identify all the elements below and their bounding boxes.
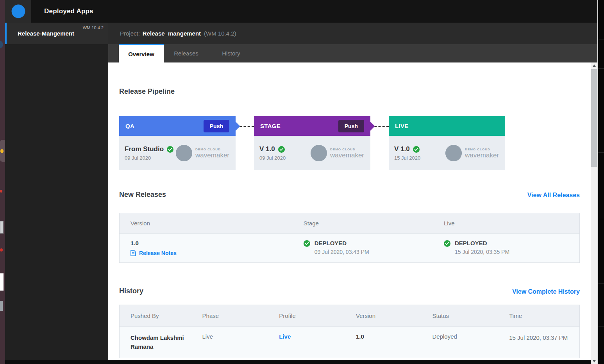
project-header: Project: Release_mangement (WM 10.4.2) xyxy=(108,23,597,44)
table-header-row: Pushed By Phase Profile Version Status T… xyxy=(120,305,580,327)
stage-date: 09 Jul 2020 xyxy=(259,155,286,161)
page-title: Deployed Apps xyxy=(44,7,93,15)
live-date: 15 Jul 2020 xyxy=(394,155,420,161)
column-version: Version xyxy=(356,305,432,327)
stage-stage-name: STAGE xyxy=(260,123,281,129)
stage-version: V 1.0 xyxy=(259,145,275,153)
tab-history[interactable]: History xyxy=(209,44,254,62)
demo-cloud-brand: DEMO CLOUD wavemaker xyxy=(310,144,364,162)
project-label: Project: xyxy=(120,30,140,37)
success-check-icon xyxy=(167,146,173,153)
qa-push-button[interactable]: Push xyxy=(204,120,229,132)
apps-sidebar: WM 10.4.2 Release-Mangement xyxy=(5,23,108,364)
scroll-up-button[interactable] xyxy=(591,62,597,68)
qa-card-body: From Studio 09 Jul 2020 DEMO CLOUD wavem… xyxy=(119,136,236,170)
live-stage-name: LIVE xyxy=(395,123,409,129)
wavemaker-wave-icon xyxy=(445,144,463,162)
history-pushed-by: Chowdam Lakshmi Ramana xyxy=(130,333,189,352)
stage-status: DEPLOYED xyxy=(315,240,369,246)
column-live: Live xyxy=(444,213,580,234)
column-version: Version xyxy=(120,213,304,234)
success-check-icon xyxy=(413,146,420,153)
release-notes-link[interactable]: Release Notes xyxy=(139,250,177,256)
column-stage: Stage xyxy=(304,213,444,234)
wavemaker-logo[interactable] xyxy=(5,0,31,23)
tab-overview[interactable]: Overview xyxy=(119,44,164,62)
vertical-scrollbar[interactable] xyxy=(591,62,597,364)
brand-wavemaker: wavemaker xyxy=(465,152,499,159)
view-all-releases-link[interactable]: View All Releases xyxy=(527,192,580,199)
pipeline-card-qa: QA Push From Studio 09 Jul 2020 xyxy=(119,116,236,170)
live-time: 15 Jul 2020, 03:35 PM xyxy=(455,249,509,255)
release-version: 1.0 xyxy=(130,240,304,246)
stage-time: 09 Jul 2020, 03:43 PM xyxy=(315,249,369,255)
brand-demo-cloud: DEMO CLOUD xyxy=(465,148,499,151)
pipeline-connector xyxy=(236,126,254,170)
background-dock-strip xyxy=(0,0,5,364)
tab-releases[interactable]: Releases xyxy=(164,44,209,62)
stage-push-button[interactable]: Push xyxy=(338,120,364,132)
history-table: Pushed By Phase Profile Version Status T… xyxy=(119,305,580,358)
success-check-icon xyxy=(444,240,450,247)
window-bottom-edge xyxy=(5,360,591,364)
column-pushed-by: Pushed By xyxy=(120,305,202,327)
pipeline-card-live: LIVE V 1.0 15 Jul 2020 DEMO CLOUD xyxy=(389,116,505,170)
success-check-icon xyxy=(278,146,285,153)
wavemaker-wave-icon xyxy=(11,4,26,19)
dock-icon-fragment xyxy=(0,301,3,311)
wavemaker-wave-icon xyxy=(175,144,193,162)
scroll-down-button[interactable] xyxy=(591,358,597,364)
live-version: V 1.0 xyxy=(394,145,410,153)
qa-stage-name: QA xyxy=(125,123,134,129)
demo-cloud-brand: DEMO CLOUD wavemaker xyxy=(445,144,499,162)
sidebar-item-version: WM 10.4.2 xyxy=(83,25,104,30)
dock-icon-fragment xyxy=(0,221,4,234)
history-version: 1.0 xyxy=(356,333,364,340)
background-right-strip xyxy=(597,0,604,364)
project-name: Release_mangement xyxy=(143,30,201,37)
brand-demo-cloud: DEMO CLOUD xyxy=(195,148,229,151)
dock-icon-fragment xyxy=(0,248,3,252)
sidebar-item-release-management[interactable]: WM 10.4.2 Release-Mangement xyxy=(5,23,108,44)
stage-card-header: STAGE Push xyxy=(254,116,370,136)
project-version: (WM 10.4.2) xyxy=(204,30,236,37)
brand-wavemaker: wavemaker xyxy=(195,152,229,159)
live-status: DEPLOYED xyxy=(455,240,509,246)
stage-card-body: V 1.0 09 Jul 2020 DEMO CLOUD wavemaker xyxy=(254,136,370,170)
new-releases-header: New Releases View All Releases xyxy=(119,191,580,199)
history-status: Deployed xyxy=(432,333,457,340)
new-releases-table: Version Stage Live 1.0 Release Notes xyxy=(119,213,580,263)
pipeline-connector xyxy=(370,126,389,170)
arrow-up-icon xyxy=(593,64,596,67)
pipeline-card-stage: STAGE Push V 1.0 09 Jul 2020 xyxy=(254,116,370,170)
qa-card-header: QA Push xyxy=(119,116,236,136)
column-time: Time xyxy=(509,305,579,327)
history-phase: Live xyxy=(202,333,213,340)
arrow-down-icon xyxy=(593,360,596,362)
document-icon xyxy=(130,250,136,256)
dock-icon-fragment xyxy=(0,149,4,153)
top-bar: Deployed Apps xyxy=(5,0,597,23)
tab-bar: Overview Releases History xyxy=(108,44,597,62)
qa-version: From Studio xyxy=(125,145,164,153)
dock-icon-fragment xyxy=(0,190,2,193)
sidebar-item-label: Release-Mangement xyxy=(18,30,74,37)
wavemaker-wave-icon xyxy=(310,144,328,162)
qa-date: 09 Jul 2020 xyxy=(125,155,173,161)
history-profile-link[interactable]: Live xyxy=(279,333,291,340)
column-status: Status xyxy=(432,305,509,327)
history-time: 15 Jul 2020, 03:37 PM xyxy=(509,333,575,342)
live-card-header: LIVE xyxy=(389,116,505,136)
app-window: Deployed Apps WM 10.4.2 Release-Mangemen… xyxy=(0,0,604,364)
release-pipeline: QA Push From Studio 09 Jul 2020 xyxy=(119,116,580,170)
demo-cloud-brand: DEMO CLOUD wavemaker xyxy=(175,144,229,162)
view-complete-history-link[interactable]: View Complete History xyxy=(512,288,580,295)
dock-icon-fragment xyxy=(0,41,3,48)
release-pipeline-title: Release Pipeline xyxy=(119,87,580,96)
column-phase: Phase xyxy=(202,305,279,327)
dock-icon-fragment xyxy=(0,273,4,291)
history-title: History xyxy=(119,287,143,295)
success-check-icon xyxy=(304,240,310,247)
column-profile: Profile xyxy=(279,305,356,327)
scrollbar-thumb[interactable] xyxy=(591,69,597,167)
